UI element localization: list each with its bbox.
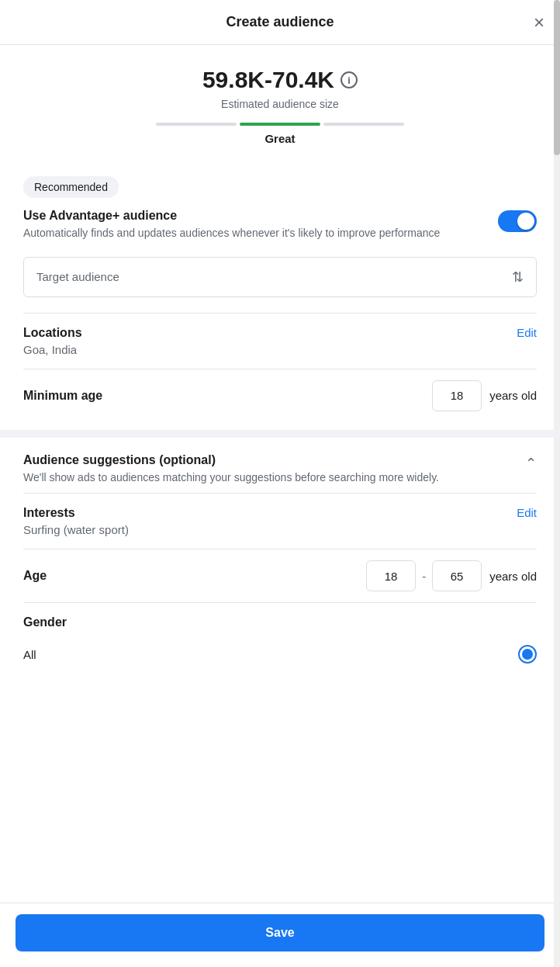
gauge-segment-2 — [240, 123, 320, 126]
minimum-age-input[interactable] — [432, 380, 482, 411]
chevron-up-icon[interactable]: ⌃ — [525, 455, 537, 472]
age-min-input[interactable] — [366, 560, 416, 591]
minimum-age-input-group: years old — [432, 380, 537, 411]
minimum-age-label: Minimum age — [23, 389, 102, 403]
audience-size-value: 59.8K-70.4K — [202, 67, 334, 93]
interests-info: Interests Surfing (water sport) — [23, 506, 129, 536]
gauge-segment-3 — [323, 123, 404, 126]
gauge-label: Great — [156, 132, 404, 145]
suggestions-text: Audience suggestions (optional) We'll sh… — [23, 453, 439, 486]
suggestions-desc: We'll show ads to audiences matching you… — [23, 470, 439, 486]
gauge-container: Great — [156, 123, 404, 145]
gender-all-radio[interactable] — [518, 645, 537, 664]
gray-divider — [0, 430, 560, 438]
target-audience-field[interactable]: Target audience ⇅ — [23, 257, 537, 297]
modal-header: Create audience × — [0, 0, 560, 45]
interests-row: Interests Surfing (water sport) Edit — [0, 494, 560, 549]
locations-value: Goa, India — [23, 343, 82, 356]
advantage-text: Use Advantage+ audience Automatically fi… — [23, 209, 482, 241]
modal-content: 59.8K-70.4K i Estimated audience size Gr… — [0, 45, 560, 903]
modal-title: Create audience — [226, 14, 334, 30]
interests-value: Surfing (water sport) — [23, 523, 129, 536]
create-audience-modal: Create audience × 59.8K-70.4K i Estimate… — [0, 0, 560, 967]
age-separator: - — [422, 570, 426, 583]
target-audience-placeholder: Target audience — [36, 270, 119, 283]
close-button[interactable]: × — [534, 13, 544, 32]
age-range-row: Age - years old — [0, 549, 560, 602]
save-button[interactable]: Save — [16, 914, 544, 951]
age-years-old-text: years old — [489, 570, 537, 583]
suggestions-header: Audience suggestions (optional) We'll sh… — [23, 453, 537, 486]
equalizer-icon: ⇅ — [512, 269, 524, 286]
audience-size-label: Estimated audience size — [31, 98, 529, 110]
gauge-segment-1 — [156, 123, 237, 126]
audience-size-number: 59.8K-70.4K i — [31, 67, 529, 93]
gender-all-radio-inner — [522, 649, 533, 660]
recommended-badge: Recommended — [23, 176, 119, 198]
locations-label: Locations — [23, 326, 82, 340]
gender-label: Gender — [23, 615, 537, 629]
age-range-inputs: - — [366, 560, 482, 591]
info-icon[interactable]: i — [340, 71, 358, 88]
save-bar: Save — [0, 903, 560, 967]
advantage-title: Use Advantage+ audience — [23, 209, 482, 223]
interests-label: Interests — [23, 506, 129, 520]
advantage-toggle[interactable] — [498, 210, 537, 232]
audience-size-section: 59.8K-70.4K i Estimated audience size Gr… — [0, 45, 560, 164]
advantage-desc: Automatically finds and updates audience… — [23, 226, 482, 241]
gauge-track — [156, 123, 404, 126]
suggestions-section: Audience suggestions (optional) We'll sh… — [0, 438, 560, 494]
age-max-input[interactable] — [432, 560, 482, 591]
gender-option-all: All — [23, 639, 537, 670]
minimum-age-row: Minimum age years old — [0, 369, 560, 422]
advantage-section: Use Advantage+ audience Automatically fi… — [0, 198, 560, 257]
suggestions-title: Audience suggestions (optional) — [23, 453, 439, 467]
gender-all-label: All — [23, 648, 36, 661]
interests-edit-button[interactable]: Edit — [517, 506, 537, 519]
gender-section: Gender All — [0, 603, 560, 678]
locations-row: Locations Goa, India Edit — [0, 314, 560, 369]
locations-info: Locations Goa, India — [23, 326, 82, 356]
age-range-label: Age — [23, 569, 47, 583]
locations-edit-button[interactable]: Edit — [517, 326, 537, 339]
years-old-text: years old — [489, 389, 537, 402]
age-range-input-group: - years old — [366, 560, 537, 591]
